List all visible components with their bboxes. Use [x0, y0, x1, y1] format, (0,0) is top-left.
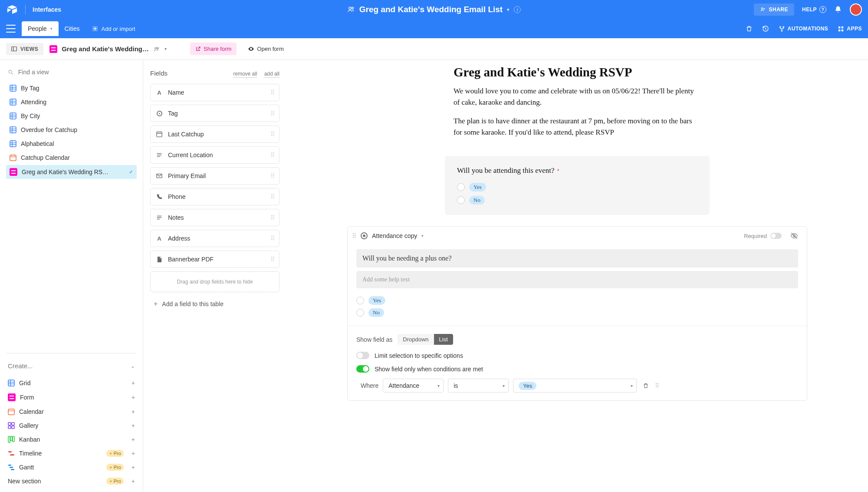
hide-fields-dropzone[interactable]: Drag and drop fields here to hide — [150, 271, 279, 292]
view-item-catchup-calendar[interactable]: Catchup Calendar — [6, 151, 137, 164]
field-notes[interactable]: Notes — [150, 209, 279, 226]
view-item-wedding-rsvp[interactable]: Greg and Katie's Wedding RS… ✓ — [6, 165, 137, 179]
segment-list[interactable]: List — [434, 334, 453, 345]
field-name-label[interactable]: Attendance copy — [372, 232, 417, 239]
field-bannerbear-pdf[interactable]: Bannerbear PDF — [150, 251, 279, 268]
drag-handle-icon[interactable] — [270, 152, 274, 158]
field-tag[interactable]: Tag — [150, 105, 279, 122]
radio-icon[interactable] — [457, 196, 465, 204]
history-icon[interactable] — [762, 25, 769, 32]
share-button[interactable]: SHARE — [754, 3, 794, 16]
trash-icon[interactable] — [746, 25, 753, 32]
find-view-input[interactable] — [18, 69, 135, 76]
drag-handle-icon[interactable] — [352, 232, 356, 239]
drag-handle-icon[interactable] — [270, 235, 274, 242]
delete-condition-button[interactable] — [641, 381, 651, 390]
required-indicator: * — [557, 168, 559, 174]
apps-button[interactable]: APPS — [838, 26, 862, 32]
user-avatar[interactable] — [850, 3, 862, 16]
drag-handle-icon[interactable] — [655, 382, 659, 389]
create-new-section[interactable]: New section Pro + — [6, 475, 137, 488]
notifications-icon[interactable] — [834, 6, 842, 13]
add-all-button[interactable]: add all — [264, 71, 279, 78]
field-address[interactable]: A Address — [150, 230, 279, 247]
tab-cities[interactable]: Cities — [59, 21, 86, 36]
form-title: Greg and Katie's Wedding RSVP — [454, 65, 701, 79]
field-label: Phone — [168, 193, 185, 200]
drag-handle-icon[interactable] — [270, 131, 274, 138]
field-current-location[interactable]: Current Location — [150, 146, 279, 164]
condition-field-select[interactable]: Attendance — [383, 379, 444, 393]
drag-handle-icon[interactable] — [270, 193, 274, 200]
create-grid[interactable]: Grid + — [6, 376, 137, 390]
drag-handle-icon[interactable] — [270, 256, 274, 263]
condition-value-select[interactable]: Yes — [513, 379, 637, 393]
chevron-down-icon: ▾ — [164, 46, 167, 51]
select-value: Attendance — [388, 382, 419, 389]
base-title-area[interactable]: Greg and Katie's Wedding Email List ▾ i — [347, 5, 521, 14]
required-toggle[interactable] — [770, 233, 782, 239]
question-attendance[interactable]: Will you be attending this event? * Yes … — [445, 156, 710, 215]
segment-dropdown[interactable]: Dropdown — [398, 334, 434, 345]
plus-icon: + — [132, 478, 135, 485]
remove-all-button[interactable]: remove all — [233, 71, 257, 78]
drag-handle-icon[interactable] — [270, 89, 274, 96]
interfaces-link[interactable]: Interfaces — [33, 6, 61, 13]
app-logo-icon[interactable] — [6, 5, 18, 14]
field-label: Bannerbear PDF — [168, 256, 214, 263]
view-item-alphabetical[interactable]: Alphabetical — [6, 137, 137, 150]
chevron-down-icon: ▾ — [50, 26, 53, 31]
svg-rect-46 — [8, 423, 11, 425]
create-gantt[interactable]: Gantt Pro + — [6, 461, 137, 474]
drag-handle-icon[interactable] — [270, 214, 274, 221]
add-field-button[interactable]: + Add a field to this table — [150, 292, 279, 311]
show-conditions-toggle[interactable] — [356, 365, 369, 373]
view-item-overdue[interactable]: Overdue for Catchup — [6, 123, 137, 136]
create-calendar[interactable]: Calendar + — [6, 405, 137, 418]
field-phone[interactable]: Phone — [150, 188, 279, 205]
editor-option-no[interactable]: No — [356, 308, 798, 317]
info-icon[interactable]: i — [514, 6, 521, 13]
chevron-down-icon[interactable]: ▾ — [421, 234, 424, 238]
field-name[interactable]: A Name — [150, 84, 279, 101]
svg-point-2 — [762, 8, 763, 10]
radio-option-no[interactable]: No — [457, 196, 697, 205]
radio-icon[interactable] — [457, 183, 465, 191]
question-input[interactable] — [356, 249, 798, 267]
single-select-icon — [156, 110, 163, 117]
create-gallery[interactable]: Gallery + — [6, 419, 137, 432]
condition-operator-select[interactable]: is — [448, 379, 509, 393]
radio-option-yes[interactable]: Yes — [457, 183, 697, 192]
help-text-input[interactable] — [356, 271, 798, 288]
view-item-by-city[interactable]: By City — [6, 109, 137, 122]
create-section-header[interactable]: Create... ⌄ — [6, 360, 137, 372]
fields-header: Fields remove all add all — [150, 69, 279, 78]
tab-people[interactable]: People ▾ — [22, 21, 59, 36]
svg-rect-53 — [8, 451, 12, 452]
field-primary-email[interactable]: Primary Email — [150, 167, 279, 185]
drag-handle-icon[interactable] — [270, 172, 274, 179]
view-item-by-tag[interactable]: By Tag — [6, 82, 137, 95]
menu-icon[interactable] — [6, 25, 16, 33]
open-form-button[interactable]: Open form — [243, 43, 289, 55]
current-view-title[interactable]: Greg and Katie's Wedding… ▾ — [49, 45, 167, 53]
radio-icon[interactable] — [356, 297, 364, 304]
share-form-button[interactable]: Share form — [190, 43, 237, 55]
editor-option-yes[interactable]: Yes — [356, 296, 798, 305]
create-form[interactable]: Form + — [6, 390, 137, 404]
add-or-import-button[interactable]: Add or import — [92, 26, 135, 32]
help-button[interactable]: HELP ? — [802, 6, 826, 13]
field-last-catchup[interactable]: Last Catchup — [150, 125, 279, 143]
radio-icon[interactable] — [356, 309, 364, 317]
open-form-label: Open form — [257, 46, 283, 52]
form-header[interactable]: Greg and Katie's Wedding RSVP We would l… — [454, 60, 701, 156]
automations-button[interactable]: AUTOMATIONS — [779, 26, 829, 32]
create-kanban[interactable]: Kanban + — [6, 433, 137, 446]
drag-handle-icon[interactable] — [270, 110, 274, 117]
view-item-attending[interactable]: Attending — [6, 96, 137, 109]
create-timeline[interactable]: Timeline Pro + — [6, 447, 137, 460]
views-button[interactable]: VIEWS — [6, 43, 43, 55]
visibility-off-icon[interactable] — [790, 232, 798, 240]
limit-selection-toggle[interactable] — [356, 352, 369, 359]
find-view-search[interactable] — [6, 66, 137, 82]
